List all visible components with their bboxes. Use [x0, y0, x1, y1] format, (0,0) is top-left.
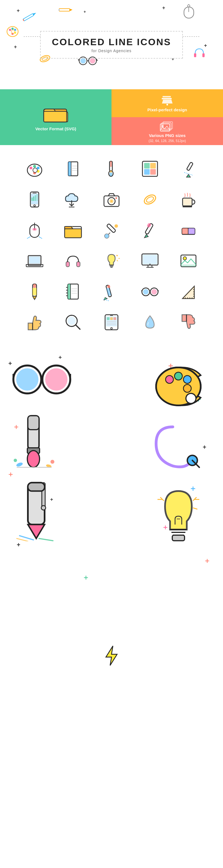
- grid-layout-icon: [140, 159, 160, 179]
- lightning-bottom-section: [0, 639, 223, 678]
- palette-icon-cell: [21, 156, 49, 181]
- coffee-icon: [179, 190, 198, 209]
- cloud-download-icon: [63, 190, 83, 209]
- thumbsdown-icon: [179, 312, 198, 332]
- svg-point-158: [151, 289, 157, 294]
- svg-text:+: +: [14, 44, 17, 50]
- deco-plus-c: +: [203, 444, 206, 451]
- feature-vector: Vector Format (SVG): [0, 89, 112, 145]
- mobile-icon-cell: [21, 187, 49, 212]
- svg-rect-3: [59, 9, 60, 11]
- tablet-icon: [102, 312, 121, 332]
- feature-png: Various PNG sizes (32, 64, 128, 256, 512…: [112, 117, 223, 145]
- lightbulb-icon: [102, 251, 121, 271]
- deco-dots-left: [24, 33, 40, 38]
- folder-icon: [43, 103, 68, 123]
- mouse-icon: [25, 220, 44, 240]
- svg-point-49: [33, 165, 36, 168]
- svg-rect-66: [144, 163, 150, 168]
- fountain-pen-icon: [140, 220, 160, 240]
- svg-rect-1: [59, 9, 70, 11]
- waterdrop-icon-cell: [136, 310, 164, 335]
- thumbsup-icon: [25, 312, 44, 332]
- ruler-icon-cell: [174, 279, 202, 304]
- large-dropper-curve-showcase: [151, 421, 201, 478]
- svg-line-27: [78, 59, 79, 61]
- large-palette-showcase: [151, 357, 206, 408]
- svg-point-201: [186, 394, 196, 403]
- lightbulb-icon-cell: [98, 248, 125, 273]
- sunglasses-icon-cell: [136, 279, 164, 304]
- large-sunglasses-showcase: [11, 363, 72, 397]
- svg-rect-183: [114, 317, 116, 320]
- svg-point-215: [41, 505, 46, 510]
- svg-marker-71: [187, 175, 190, 177]
- svg-line-98: [27, 237, 30, 239]
- svg-point-190: [16, 368, 38, 391]
- hero-title-main: COLORED LINE ICONS: [52, 36, 171, 48]
- svg-rect-203: [28, 416, 39, 430]
- svg-point-46: [161, 125, 164, 127]
- svg-rect-39: [162, 96, 171, 97]
- svg-point-131: [150, 264, 151, 265]
- deco-mouse: [183, 4, 195, 21]
- waterdrop-icon: [140, 312, 160, 332]
- feature-png-label: Various PNG sizes: [149, 133, 186, 138]
- svg-point-174: [67, 317, 76, 325]
- paperclip-icon-cell: [136, 187, 164, 212]
- svg-point-42: [166, 104, 168, 105]
- folder-icon-sm: [63, 220, 83, 240]
- svg-point-25: [90, 58, 95, 64]
- deco-brush-pencil: [22, 10, 38, 24]
- svg-line-175: [75, 325, 80, 329]
- svg-line-160: [141, 290, 142, 292]
- svg-point-198: [174, 372, 182, 380]
- deco-plus-1: +: [17, 8, 22, 14]
- svg-rect-102: [65, 229, 82, 238]
- svg-rect-181: [107, 317, 109, 320]
- large-paintbrush-showcase: [6, 413, 61, 470]
- svg-rect-141: [68, 284, 70, 299]
- tablet-icon-cell: [98, 310, 125, 335]
- svg-rect-80: [35, 195, 36, 201]
- deco-x-g: ✕: [203, 557, 211, 565]
- pen-design-icon: [160, 95, 174, 106]
- svg-point-197: [166, 376, 173, 383]
- deco-pencil-top: [59, 7, 72, 14]
- png-sizes-icon: [160, 119, 175, 132]
- feature-pixel: Pixel-perfect design: [112, 89, 223, 117]
- thumbsdown-icon-cell: [174, 310, 202, 335]
- deco-plus-3: +: [14, 44, 19, 51]
- pen-icon: [179, 159, 198, 179]
- notebook-icon-cell: [59, 279, 87, 304]
- svg-rect-34: [194, 53, 196, 57]
- svg-rect-93: [183, 199, 191, 205]
- svg-rect-117: [66, 262, 69, 267]
- svg-rect-67: [150, 163, 156, 168]
- headphones-icon-cell: [59, 248, 87, 273]
- svg-rect-55: [68, 162, 71, 176]
- svg-point-179: [111, 328, 112, 329]
- pencil-icon-cell: [21, 279, 49, 304]
- magnifier-icon: [63, 312, 83, 332]
- svg-line-220: [39, 538, 53, 541]
- lightning-icon: [103, 645, 120, 667]
- image-icon: [179, 251, 198, 271]
- svg-rect-9: [23, 14, 34, 21]
- deco-x-h: ✕: [82, 574, 89, 582]
- svg-point-208: [14, 459, 17, 462]
- svg-rect-127: [143, 255, 157, 264]
- svg-point-209: [51, 460, 54, 464]
- svg-rect-136: [33, 284, 36, 288]
- svg-point-206: [16, 462, 24, 467]
- feature-pixel-label: Pixel-perfect design: [148, 107, 187, 112]
- camera-icon-cell: [98, 187, 125, 212]
- svg-line-125: [117, 260, 118, 261]
- image-icon-cell: [174, 248, 202, 273]
- fountain-pen-icon-cell: [136, 218, 164, 243]
- svg-line-161: [158, 290, 158, 292]
- feature-vector-label: Vector Format (SVG): [35, 126, 76, 131]
- dropper-icon: [102, 220, 121, 240]
- camera-icon: [102, 190, 121, 209]
- headphones-icon: [63, 251, 83, 271]
